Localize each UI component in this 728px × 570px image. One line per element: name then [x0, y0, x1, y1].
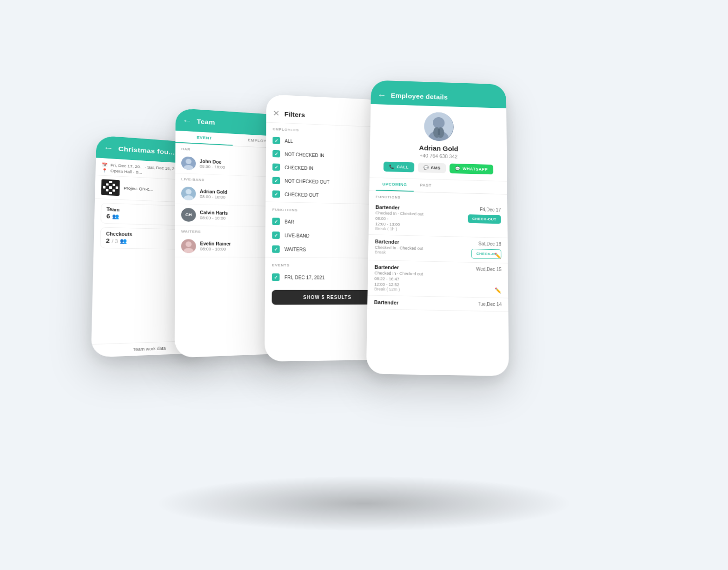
- avatar-john-doe: [181, 156, 196, 170]
- phone4-title: Employee details: [391, 92, 448, 101]
- checkbox-not-checked-in[interactable]: [272, 150, 280, 158]
- func-date-1: Fri,Dec 17: [480, 207, 501, 212]
- sms-label: SMS: [431, 166, 441, 170]
- john-doe-time: 08:00 - 18:00: [200, 164, 225, 170]
- filter-waiters-label: WAITERS: [285, 247, 306, 252]
- filter-bar-label: BAR: [285, 219, 294, 224]
- filter-live-band-label: LIVE-BAND: [285, 233, 310, 239]
- evelin-rainer-info: Evelin Rainer 08:00 - 18:00: [200, 241, 231, 252]
- calvin-haris-info: Calvin Haris 08:00 - 18:00: [200, 210, 228, 221]
- filter-all-label: ALL: [285, 139, 293, 144]
- sms-icon: 💬: [424, 166, 429, 170]
- svg-point-2: [185, 189, 192, 194]
- calvin-haris-time: 08:00 - 18:00: [200, 216, 228, 221]
- func-info-2: Bartender Checked In · Checked out Break: [375, 239, 423, 255]
- func-row-3: Bartender Checked In · Checked out 08:22…: [374, 264, 502, 294]
- filter-checked-in-label: CHECKED IN: [285, 165, 313, 171]
- qr-label: Project QR-c...: [124, 186, 153, 192]
- back-arrow-1[interactable]: ←: [103, 142, 113, 153]
- function-sat-dec18: Bartender Checked In · Checked out Break…: [368, 235, 508, 264]
- whatsapp-button[interactable]: 💬 WHATSAPP: [450, 164, 493, 175]
- team-value: 6 👥: [106, 213, 119, 220]
- filter-checked-out[interactable]: CHECKED OUT: [265, 187, 385, 203]
- filter-event-date-label: FRI, DEC 17, 2021: [285, 275, 325, 280]
- adrian-gold-time: 08:00 - 18:00: [200, 194, 227, 199]
- team-icon: 👥: [112, 213, 119, 219]
- checkbox-checked-in[interactable]: [272, 163, 280, 171]
- filter-checked-out-label: CHECKED OUT: [285, 192, 318, 197]
- func-break-3: Break ( 52m ): [374, 286, 423, 292]
- employee-phone: +40 764 638 342: [420, 153, 457, 159]
- checkbox-checked-out[interactable]: [272, 190, 280, 198]
- notch-4: [421, 82, 457, 91]
- filters-title: Filters: [285, 110, 305, 119]
- call-label: CALL: [397, 165, 409, 169]
- call-icon: 📞: [389, 165, 395, 169]
- checkouts-stat-info: Checkouts 2 / 3 👥: [106, 232, 132, 245]
- svg-point-4: [185, 241, 192, 247]
- whatsapp-label: WHATSAPP: [463, 166, 488, 172]
- checkouts-icon: 👥: [120, 238, 127, 244]
- checkouts-fraction: / 3: [112, 238, 118, 244]
- filter-not-checked-out-label: NOT CHECKED OUT: [285, 178, 329, 184]
- footer-label: Team work data: [133, 346, 166, 352]
- edit-icon-3[interactable]: ✏️: [495, 287, 502, 294]
- location-icon: 📍: [102, 168, 107, 173]
- func-info-4: Bartender: [374, 299, 398, 305]
- checkbox-not-checked-out[interactable]: [272, 177, 280, 184]
- employee-name: Adrian Gold: [419, 144, 458, 152]
- function-tue-dec14: Bartender Tue,Dec 14: [367, 295, 508, 312]
- tab-past[interactable]: PAST: [413, 179, 438, 192]
- func-title-1: Bartender: [376, 204, 424, 211]
- func-info-1: Bartender Checked In · Checked out 08:00…: [375, 204, 424, 232]
- qr-code: [101, 179, 120, 196]
- tab-upcoming[interactable]: UPCOMING: [376, 178, 413, 192]
- checkbox-bar[interactable]: [272, 218, 279, 225]
- checkouts-value: 2 / 3 👥: [106, 237, 132, 245]
- func-time-1b: 08:00 -: [375, 216, 424, 222]
- func-row-1: Bartender Checked In · Checked out 08:00…: [375, 204, 501, 234]
- checkbox-all[interactable]: [272, 137, 280, 144]
- sms-button[interactable]: 💬 SMS: [418, 163, 446, 173]
- func-title-3: Bartender: [375, 264, 424, 271]
- edit-icon-2[interactable]: ✏️: [494, 252, 501, 259]
- svg-rect-11: [437, 129, 440, 135]
- func-row-2: Bartender Checked In · Checked out Break…: [375, 239, 501, 259]
- action-buttons: 📞 CALL 💬 SMS 💬 WHATSAPP: [384, 162, 493, 175]
- show-results-button[interactable]: SHOW 5 RESULTS: [272, 290, 382, 305]
- team-label: Team: [106, 207, 119, 212]
- function-fri-dec17: Bartender Checked In · Checked out 08:00…: [369, 200, 508, 238]
- checkbox-live-band[interactable]: [272, 232, 280, 239]
- func-date-4: Tue,Dec 14: [478, 301, 502, 307]
- svg-point-1: [184, 165, 193, 170]
- event-location: Opera Hall · B...: [110, 169, 142, 175]
- back-arrow-4[interactable]: ←: [377, 90, 386, 100]
- function-wed-dec15: Bartender Checked In · Checked out 08:22…: [368, 260, 509, 298]
- checkbox-event-date[interactable]: [272, 273, 280, 281]
- func-title-4: Bartender: [374, 299, 398, 305]
- func-time-1a: Checked In · Checked out: [375, 211, 423, 216]
- checkbox-waiters[interactable]: [272, 245, 280, 253]
- svg-point-0: [185, 159, 192, 164]
- calendar-icon: 📅: [102, 162, 107, 167]
- checkouts-label: Checkouts: [106, 232, 132, 237]
- phone2-title: Team: [197, 117, 215, 126]
- func-break-1: Break ( 1h ): [375, 226, 424, 232]
- scene: ← Christmas fou... 📅 Fri, Dec 17, 20... …: [85, 76, 643, 494]
- func-date-3: Wed,Dec 15: [476, 266, 502, 272]
- func-time-3b: 08:22 - 16:47: [374, 276, 423, 282]
- filters-close-button[interactable]: ✕: [273, 108, 280, 118]
- func-title-2: Bartender: [375, 239, 423, 245]
- checkout-button[interactable]: CHECK-OUT: [468, 214, 501, 224]
- func-date-2: Sat,Dec 18: [478, 241, 501, 247]
- func-date-action-1: Fri,Dec 17 CHECK-OUT: [468, 206, 501, 224]
- svg-point-5: [184, 248, 194, 253]
- back-arrow-2[interactable]: ←: [182, 115, 192, 126]
- func-info-3: Bartender Checked In · Checked out 08:22…: [374, 264, 423, 292]
- avatar-evelin-rainer: [181, 239, 196, 253]
- calvin-haris-name: Calvin Haris: [200, 210, 228, 216]
- func-time-3a: Checked In · Checked out: [374, 271, 423, 276]
- avatar-adrian-gold: [181, 186, 196, 200]
- adrian-gold-name: Adrian Gold: [200, 189, 227, 194]
- call-button[interactable]: 📞 CALL: [384, 162, 414, 172]
